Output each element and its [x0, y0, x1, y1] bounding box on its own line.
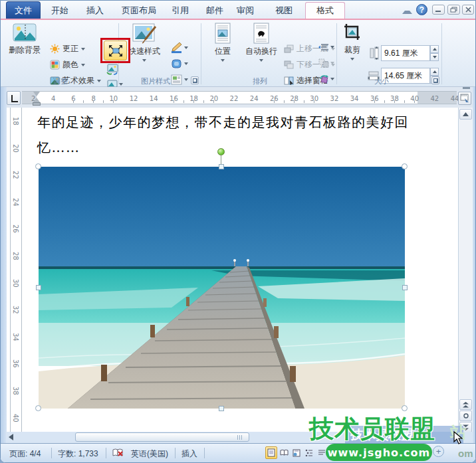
change-picture-button[interactable]: [106, 64, 119, 75]
first-line-indent-marker[interactable]: [33, 92, 40, 96]
collapse-ribbon-icon[interactable]: [402, 7, 408, 11]
page-count[interactable]: 页面: 4/4: [9, 448, 41, 460]
print-layout-view-button[interactable]: [265, 446, 277, 459]
restore-icon: [450, 7, 457, 13]
zoom-in-button[interactable]: +: [433, 446, 444, 457]
ruler-number: 34: [344, 93, 364, 105]
draft-view-icon: [318, 449, 326, 456]
tab-stop-selector[interactable]: [7, 91, 21, 105]
align-button[interactable]: [318, 43, 334, 52]
ruler-toggle-button[interactable]: [458, 92, 471, 105]
resize-handle-bottom-middle[interactable]: [219, 406, 224, 411]
tab-file[interactable]: 文件: [6, 1, 41, 19]
remove-background-icon: [13, 23, 37, 43]
rotate-icon: [318, 74, 329, 84]
picture-border-button[interactable]: [171, 43, 188, 53]
scroll-up-icon: [463, 112, 469, 116]
ruler-number: 36: [364, 93, 384, 105]
full-screen-reading-view-button[interactable]: [278, 446, 290, 459]
tab-mailings[interactable]: 邮件: [201, 3, 229, 19]
tab-references[interactable]: 引用: [166, 3, 194, 19]
scroll-up-button[interactable]: [459, 109, 472, 120]
size-dialog-launcher[interactable]: [431, 76, 439, 84]
word-count[interactable]: 字数: 1,733: [58, 448, 98, 460]
group-label-picture-styles: 图片样式: [132, 76, 179, 86]
ruler-number: 14: [144, 93, 164, 105]
ribbon-tab-bar: 文件 开始 插入 页面布局 引用 邮件 审阅 视图 格式 ?: [1, 1, 476, 19]
corrections-button[interactable]: 更正: [50, 42, 85, 56]
bring-forward-icon: [284, 45, 294, 53]
ruler-number: 18: [184, 93, 204, 105]
vertical-scrollbar[interactable]: [458, 108, 473, 432]
help-button[interactable]: ?: [416, 4, 427, 15]
horizontal-ruler[interactable]: 2468101214161820222426283032343638404244: [22, 91, 457, 104]
resize-handle-top-left[interactable]: [35, 163, 41, 169]
tab-view[interactable]: 视图: [270, 3, 298, 19]
ruler-number: 6: [63, 93, 83, 105]
ruler-number: 10: [104, 93, 124, 105]
selection-pane-icon: [284, 76, 294, 85]
crop-button[interactable]: 裁剪: [338, 23, 366, 60]
tab-review[interactable]: 审阅: [231, 3, 259, 19]
resize-handle-middle-left[interactable]: [36, 285, 41, 290]
minimize-ribbon-dash: [463, 87, 470, 89]
print-layout-icon: [267, 448, 275, 457]
resize-handle-bottom-right[interactable]: [402, 405, 408, 411]
ruler-number: 26: [264, 93, 284, 105]
height-spinner[interactable]: [430, 45, 439, 61]
corrections-sun-icon: [50, 44, 60, 54]
resize-handle-top-middle[interactable]: [219, 164, 224, 169]
beach-pier-picture[interactable]: [39, 167, 405, 409]
watermark-brand-text: 技术员联盟: [309, 413, 435, 446]
resize-handle-top-right[interactable]: [402, 163, 408, 169]
browse-previous-button[interactable]: [459, 399, 472, 410]
close-button[interactable]: [462, 5, 474, 15]
send-backward-icon: [284, 60, 294, 69]
hanging-indent-marker[interactable]: [33, 98, 40, 102]
group-label-adjust: 调整: [37, 76, 84, 86]
shape-height-input[interactable]: [381, 45, 430, 61]
group-label-arrange: 排列: [243, 76, 277, 86]
group-label-size: 大小: [365, 76, 398, 86]
remove-background-button[interactable]: 删除背景: [5, 23, 45, 56]
height-spin-down-icon[interactable]: [430, 53, 439, 61]
spell-check-icon[interactable]: [112, 448, 124, 458]
ruler-number: 32: [324, 93, 344, 105]
web-layout-view-button[interactable]: [291, 446, 302, 459]
horizontal-scroll-thumb[interactable]: [75, 432, 249, 442]
resize-handle-bottom-left[interactable]: [35, 405, 41, 411]
rotate-button[interactable]: [318, 74, 334, 84]
ruler-number: 38: [384, 93, 404, 105]
watermark-ghost-text: om: [458, 448, 473, 459]
color-palette-icon: [50, 60, 60, 70]
ruler-number: 28: [284, 93, 304, 105]
width-spin-up-icon[interactable]: [430, 68, 439, 76]
rotation-handle[interactable]: [217, 148, 225, 155]
scroll-left-icon[interactable]: [9, 434, 13, 440]
wrap-text-button[interactable]: 自动换行: [241, 23, 281, 62]
minimize-button[interactable]: [432, 5, 445, 15]
height-spin-up-icon[interactable]: [430, 45, 439, 53]
tab-page-layout[interactable]: 页面布局: [115, 3, 163, 19]
ruler-number: 12: [124, 93, 144, 105]
insert-mode-indicator[interactable]: 插入: [181, 448, 197, 460]
picture-effects-button[interactable]: [171, 58, 188, 69]
reading-view-icon: [280, 449, 289, 456]
select-browse-object-button[interactable]: [459, 411, 472, 421]
tab-home[interactable]: 开始: [46, 3, 74, 19]
restore-button[interactable]: [447, 5, 460, 15]
left-indent-marker[interactable]: [33, 102, 41, 106]
group-button[interactable]: [318, 58, 334, 68]
ruler-number: 16: [164, 93, 183, 105]
vertical-ruler[interactable]: 182022242628303234363840: [10, 108, 22, 432]
outline-view-button[interactable]: [303, 446, 315, 459]
position-button[interactable]: 位置: [207, 23, 239, 62]
color-button[interactable]: 颜色: [50, 58, 85, 72]
wrap-text-icon: [252, 23, 271, 44]
picture-styles-dialog-launcher[interactable]: [191, 76, 199, 84]
tab-format-active[interactable]: 格式: [305, 2, 345, 19]
word-window: 文件 开始 插入 页面布局 引用 邮件 审阅 视图 格式 ?: [0, 0, 476, 463]
tab-insert[interactable]: 插入: [81, 3, 109, 19]
resize-handle-middle-right[interactable]: [402, 285, 408, 290]
language-indicator[interactable]: 英语(美国): [131, 448, 168, 460]
